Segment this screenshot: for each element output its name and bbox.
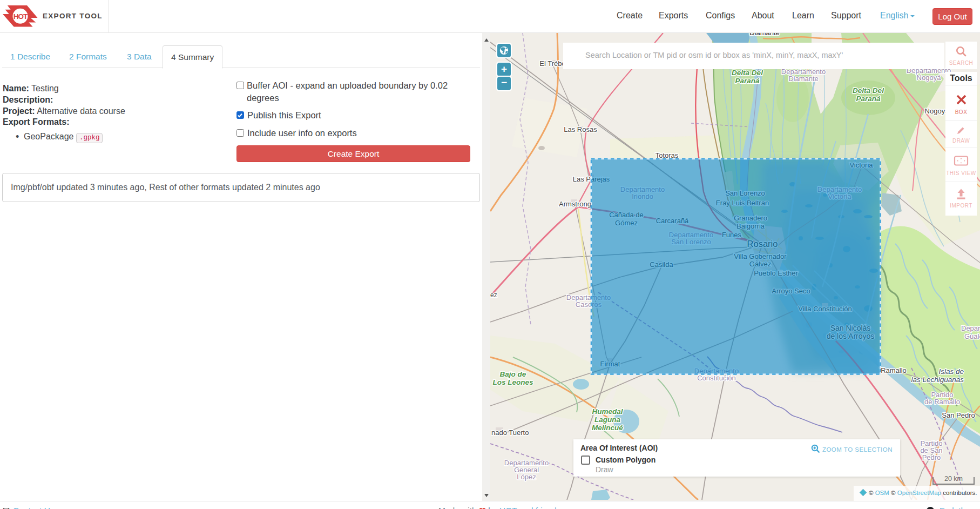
- svg-text:Islas de: Islas de: [938, 367, 964, 376]
- svg-text:San Pedro: San Pedro: [942, 411, 975, 419]
- svg-text:nado Tuerto: nado Tuerto: [491, 428, 529, 437]
- svg-text:Ramallo: Ramallo: [881, 366, 907, 374]
- svg-text:López: López: [517, 473, 536, 481]
- svg-text:Los Leones: Los Leones: [492, 378, 533, 386]
- svg-text:Delta Del: Delta Del: [853, 86, 884, 95]
- svg-text:Humedal: Humedal: [592, 407, 623, 416]
- svg-text:Nogoyá: Nogoyá: [917, 73, 942, 82]
- svg-text:Paraná: Paraná: [856, 95, 881, 103]
- svg-text:Melincué: Melincué: [592, 424, 623, 432]
- svg-text:Armstrong: Armstrong: [559, 200, 591, 208]
- svg-text:Diamante: Diamante: [788, 75, 819, 83]
- svg-text:Laguna: Laguna: [594, 416, 620, 424]
- svg-text:las Lechiguanas: las Lechiguanas: [911, 376, 964, 384]
- svg-text:Paraná: Paraná: [735, 77, 760, 85]
- svg-text:Pedro: Pedro: [922, 453, 941, 461]
- svg-text:Delta Del: Delta Del: [732, 69, 763, 77]
- svg-text:Diamante: Diamante: [749, 33, 780, 37]
- svg-text:Las Rosas: Las Rosas: [564, 125, 597, 133]
- svg-text:Bajo de: Bajo de: [500, 370, 526, 378]
- svg-text:de Ramallo: de Ramallo: [924, 398, 960, 406]
- svg-text:Departa: Departa: [961, 324, 980, 332]
- svg-text:Constitución: Constitución: [697, 374, 736, 382]
- svg-text:HOT: HOT: [13, 12, 28, 21]
- svg-text:ez: ez: [490, 291, 497, 299]
- svg-text:Guale: Guale: [964, 332, 980, 340]
